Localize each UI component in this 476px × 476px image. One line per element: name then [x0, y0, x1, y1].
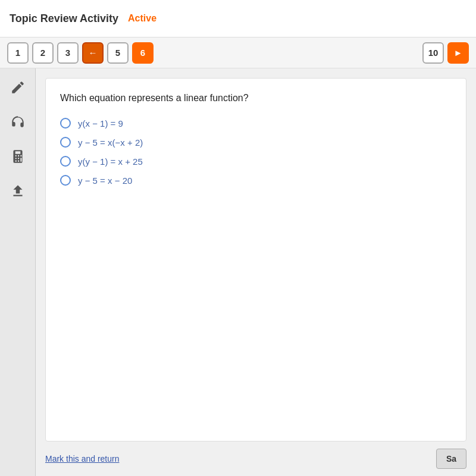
answer-label-c: y(y − 1) = x + 25 [78, 156, 143, 167]
radio-d[interactable] [60, 175, 71, 186]
answer-options: y(x − 1) = 9 y − 5 = x(−x + 2) y(y − 1) … [60, 118, 452, 431]
sidebar [0, 68, 36, 476]
calculator-icon[interactable] [6, 145, 30, 168]
question-panel: Which equation represents a linear funct… [45, 78, 466, 441]
headphones-icon[interactable] [6, 110, 30, 134]
page-title: Topic Review Activity [10, 12, 118, 25]
main-layout: Which equation represents a linear funct… [0, 68, 476, 476]
nav-btn-6[interactable]: 6 [132, 42, 154, 64]
answer-label-a: y(x − 1) = 9 [78, 118, 123, 129]
nav-btn-forward[interactable]: ► [447, 42, 469, 64]
answer-option-d[interactable]: y − 5 = x − 20 [60, 175, 452, 186]
pencil-icon[interactable] [6, 76, 30, 99]
save-button[interactable]: Sa [436, 449, 466, 469]
nav-btn-5[interactable]: 5 [107, 42, 129, 64]
answer-label-d: y − 5 = x − 20 [78, 176, 132, 186]
question-text: Which equation represents a linear funct… [60, 93, 452, 104]
nav-btn-10[interactable]: 10 [422, 42, 444, 64]
nav-btn-back[interactable]: ← [82, 42, 104, 64]
radio-b[interactable] [60, 137, 71, 148]
main-content: Which equation represents a linear funct… [36, 68, 476, 476]
answer-option-b[interactable]: y − 5 = x(−x + 2) [60, 137, 452, 148]
radio-c[interactable] [60, 156, 71, 167]
status-badge: Active [128, 13, 156, 24]
answer-option-a[interactable]: y(x − 1) = 9 [60, 118, 452, 129]
header: Topic Review Activity Active [0, 0, 476, 37]
upload-icon[interactable] [6, 179, 30, 203]
nav-btn-2[interactable]: 2 [32, 42, 54, 64]
answer-option-c[interactable]: y(y − 1) = x + 25 [60, 156, 452, 167]
answer-label-b: y − 5 = x(−x + 2) [78, 137, 143, 148]
bottom-bar: Mark this and return Sa [36, 441, 476, 476]
mark-return-link[interactable]: Mark this and return [45, 454, 120, 464]
radio-a[interactable] [60, 118, 71, 129]
question-nav-bar: 1 2 3 ← 5 6 10 ► [0, 37, 476, 68]
nav-btn-3[interactable]: 3 [57, 42, 79, 64]
nav-btn-1[interactable]: 1 [7, 42, 29, 64]
